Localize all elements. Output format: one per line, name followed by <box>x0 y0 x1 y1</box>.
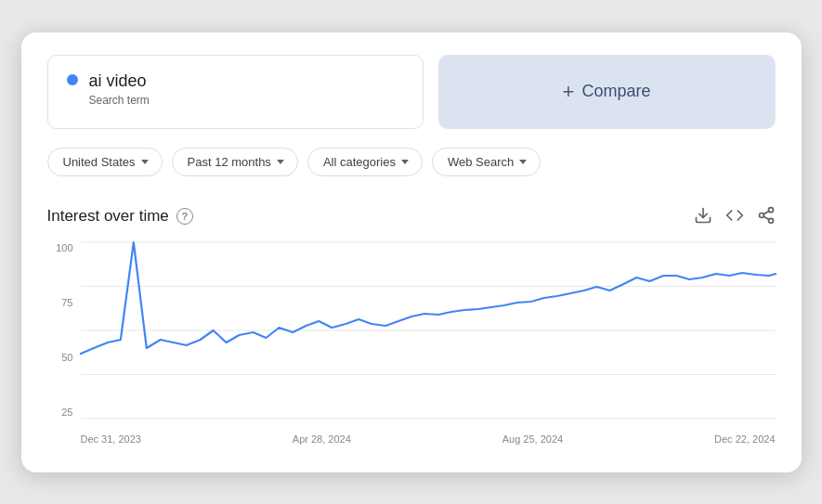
svg-line-4 <box>763 216 769 219</box>
chart-actions <box>694 206 776 227</box>
search-type-chevron-icon <box>519 160 527 164</box>
search-type-filter-label: Web Search <box>448 155 514 169</box>
help-icon[interactable]: ? <box>176 208 193 225</box>
region-filter-label: United States <box>63 155 136 169</box>
x-label-apr2024: Apr 28, 2024 <box>293 433 351 445</box>
y-label-75: 75 <box>61 297 72 308</box>
category-filter[interactable]: All categories <box>307 148 423 176</box>
chart-title: Interest over time <box>47 207 169 226</box>
trend-line <box>81 242 776 354</box>
chart-header: Interest over time ? <box>47 206 776 227</box>
compare-plus-icon: + <box>563 80 575 104</box>
compare-box[interactable]: + Compare <box>438 55 776 129</box>
search-type-filter[interactable]: Web Search <box>432 148 541 176</box>
chart-inner <box>81 242 776 419</box>
x-axis-labels: Dec 31, 2023 Apr 28, 2024 Aug 25, 2024 D… <box>81 420 776 446</box>
y-label-50: 50 <box>61 352 72 363</box>
y-label-100: 100 <box>56 242 72 253</box>
region-chevron-icon <box>141 160 149 164</box>
search-term-box: ai video Search term <box>47 55 424 129</box>
time-filter-label: Past 12 months <box>188 155 271 169</box>
search-term-name: ai video <box>89 71 150 92</box>
time-filter[interactable]: Past 12 months <box>172 148 298 176</box>
x-label-dec2023: Dec 31, 2023 <box>81 433 141 445</box>
y-label-25: 25 <box>61 407 72 418</box>
region-filter[interactable]: United States <box>47 148 163 176</box>
embed-icon[interactable] <box>725 206 744 227</box>
compare-label: Compare <box>581 82 650 101</box>
category-filter-label: All categories <box>323 155 396 169</box>
chart-title-row: Interest over time ? <box>47 207 193 226</box>
line-chart-svg <box>81 242 776 419</box>
download-icon[interactable] <box>694 206 712 227</box>
category-chevron-icon <box>401 160 409 164</box>
chart-section: Interest over time ? <box>47 199 776 446</box>
top-row: ai video Search term + Compare <box>47 55 776 129</box>
main-card: ai video Search term + Compare United St… <box>21 32 802 472</box>
chart-area: 100 75 50 25 <box>47 242 776 446</box>
search-term-text: ai video Search term <box>89 71 150 107</box>
time-chevron-icon <box>277 160 284 164</box>
x-label-dec2024: Dec 22, 2024 <box>714 433 775 445</box>
share-icon[interactable] <box>757 206 776 227</box>
y-axis-labels: 100 75 50 25 <box>47 242 81 419</box>
blue-dot-indicator <box>67 74 78 85</box>
filters-row: United States Past 12 months All categor… <box>47 148 776 176</box>
svg-line-5 <box>763 211 769 213</box>
x-label-aug2024: Aug 25, 2024 <box>502 433 563 445</box>
search-term-label: Search term <box>89 94 150 107</box>
